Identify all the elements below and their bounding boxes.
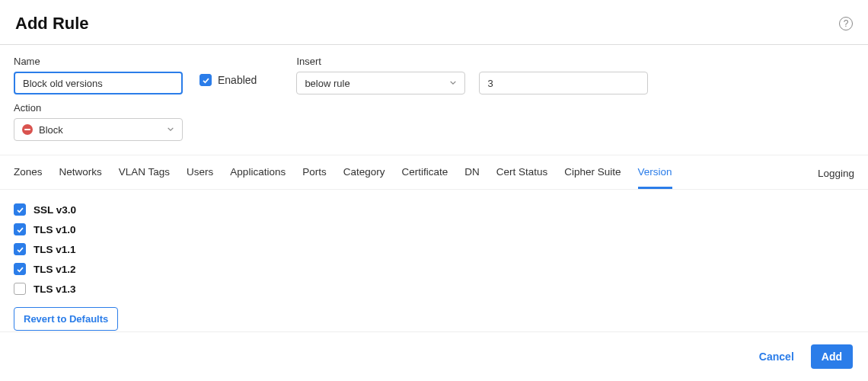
enabled-field: Enabled: [199, 74, 257, 86]
chevron-down-icon: [167, 124, 174, 136]
insert-number-input[interactable]: [479, 72, 648, 94]
dialog-footer: Cancel Add: [0, 331, 868, 381]
tab-certificate[interactable]: Certificate: [401, 155, 448, 189]
action-value: Block: [39, 124, 63, 136]
enabled-checkbox[interactable]: [199, 74, 212, 86]
insert-position-select[interactable]: below rule: [296, 72, 465, 94]
tab-dn[interactable]: DN: [464, 155, 480, 189]
insert-label: Insert: [296, 56, 648, 67]
versions-panel: SSL v3.0 TLS v1.0 TLS v1.1 TLS v1.2 TLS …: [0, 190, 868, 344]
revert-to-defaults-button[interactable]: Revert to Defaults: [14, 307, 118, 331]
version-checkbox-sslv3[interactable]: [14, 203, 26, 216]
tab-networks[interactable]: Networks: [59, 155, 102, 189]
tab-category[interactable]: Category: [343, 155, 385, 189]
add-button[interactable]: Add: [811, 344, 853, 369]
version-label: TLS v1.3: [34, 283, 76, 295]
version-label: TLS v1.1: [34, 244, 76, 255]
version-item: TLS v1.2: [14, 263, 854, 275]
version-item: SSL v3.0: [14, 203, 854, 216]
version-checkbox-tls12[interactable]: [14, 263, 26, 275]
tabs-list: Zones Networks VLAN Tags Users Applicati…: [14, 155, 672, 189]
chevron-down-icon: [449, 78, 457, 89]
tab-users[interactable]: Users: [187, 155, 213, 189]
tab-logging[interactable]: Logging: [818, 157, 854, 188]
tab-version[interactable]: Version: [638, 155, 672, 189]
tab-ports[interactable]: Ports: [302, 155, 327, 189]
dialog-title: Add Rule: [15, 14, 89, 34]
version-checkbox-tls10[interactable]: [14, 223, 26, 235]
dialog-header: Add Rule ?: [0, 0, 868, 45]
version-item: TLS v1.3: [14, 283, 854, 295]
help-icon[interactable]: ?: [839, 17, 853, 30]
cancel-button[interactable]: Cancel: [759, 351, 794, 363]
name-label: Name: [14, 56, 183, 67]
action-label: Action: [14, 102, 183, 114]
tab-applications[interactable]: Applications: [230, 155, 286, 189]
action-field-group: Action Block: [14, 102, 183, 141]
name-input[interactable]: [14, 72, 183, 94]
action-select[interactable]: Block: [14, 118, 183, 141]
insert-field-group: Insert below rule: [296, 56, 648, 94]
version-item: TLS v1.1: [14, 243, 854, 255]
tabs-bar: Zones Networks VLAN Tags Users Applicati…: [0, 155, 868, 190]
version-checkbox-tls11[interactable]: [14, 243, 26, 255]
tab-cert-status[interactable]: Cert Status: [496, 155, 548, 189]
form-section: Name Enabled Insert below rule: [0, 45, 868, 155]
version-label: SSL v3.0: [34, 204, 76, 216]
tab-vlan-tags[interactable]: VLAN Tags: [119, 155, 170, 189]
tab-cipher-suite[interactable]: Cipher Suite: [564, 155, 621, 189]
enabled-label: Enabled: [218, 74, 257, 86]
version-label: TLS v1.2: [34, 264, 76, 275]
version-item: TLS v1.0: [14, 223, 854, 235]
name-field-group: Name: [14, 56, 183, 94]
version-checkbox-tls13[interactable]: [14, 283, 26, 295]
tab-zones[interactable]: Zones: [14, 155, 43, 189]
block-icon: [22, 124, 33, 135]
version-label: TLS v1.0: [34, 224, 76, 235]
insert-position-value: below rule: [305, 78, 349, 89]
